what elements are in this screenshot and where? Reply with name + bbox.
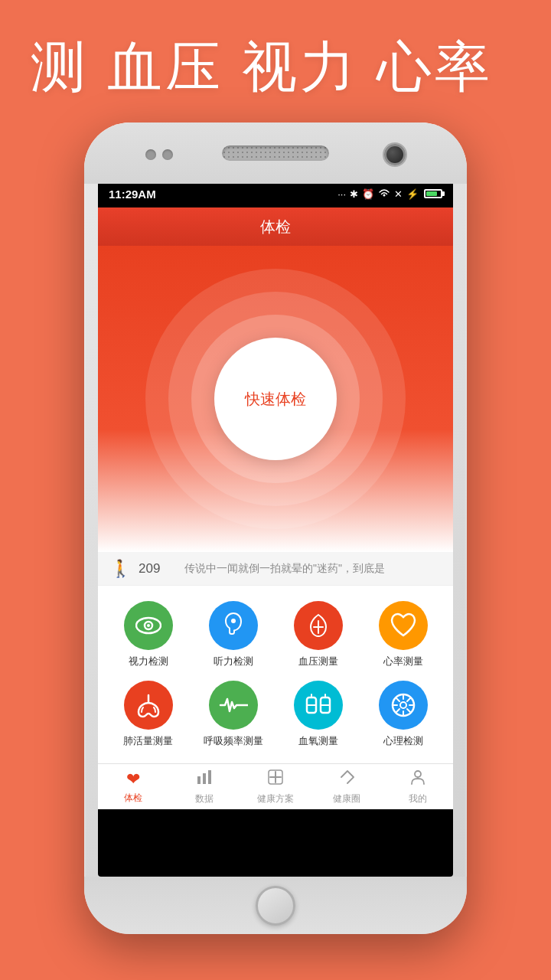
home-button[interactable] bbox=[256, 886, 295, 926]
features-row-1: 视力检测 听力检测 bbox=[98, 595, 453, 675]
circle-icon bbox=[338, 769, 355, 790]
features-grid: 视力检测 听力检测 bbox=[98, 586, 453, 763]
nav-circle[interactable]: 健康圈 bbox=[311, 764, 382, 809]
wifi-icon bbox=[378, 188, 390, 200]
nav-health[interactable]: 健康方案 bbox=[240, 764, 311, 809]
svg-line-12 bbox=[396, 698, 399, 702]
alarm-icon: ⏰ bbox=[362, 188, 374, 200]
battery-icon bbox=[424, 189, 442, 198]
phone-top-bar bbox=[84, 122, 467, 184]
quick-exam-label: 快速体检 bbox=[245, 389, 306, 410]
nav-data[interactable]: 数据 bbox=[169, 764, 240, 809]
feature-breath[interactable]: 呼吸频率测量 bbox=[191, 681, 276, 748]
svg-line-15 bbox=[396, 709, 399, 713]
breath-icon-circle bbox=[209, 681, 258, 730]
svg-point-7 bbox=[400, 702, 406, 708]
svg-point-2 bbox=[147, 624, 150, 627]
charge-icon: ⚡ bbox=[406, 188, 419, 200]
psych-label: 心理检测 bbox=[383, 734, 423, 748]
phone-dots bbox=[145, 149, 173, 160]
phone-camera bbox=[384, 144, 406, 165]
feature-spo2[interactable]: 血氧测量 bbox=[276, 681, 360, 748]
feature-psych[interactable]: 心理检测 bbox=[360, 681, 445, 748]
hearing-icon-circle bbox=[209, 601, 258, 650]
status-bar: 11:29AM ··· ✱ ⏰ ✕ ⚡ bbox=[98, 180, 453, 207]
dots-icon: ··· bbox=[337, 188, 346, 200]
exam-icon: ❤ bbox=[126, 769, 140, 789]
news-text: 传说中一闻就倒一拍就晕的"迷药"，到底是 bbox=[184, 562, 441, 576]
svg-rect-18 bbox=[208, 770, 211, 784]
main-content[interactable]: 快速体检 bbox=[98, 246, 453, 552]
hearing-label: 听力检测 bbox=[214, 655, 253, 668]
data-icon bbox=[196, 769, 213, 790]
exam-label: 体检 bbox=[124, 792, 142, 805]
mine-label: 我的 bbox=[409, 792, 427, 805]
walk-icon: 🚶 bbox=[110, 559, 131, 579]
breath-label: 呼吸频率测量 bbox=[204, 734, 263, 748]
feature-hr[interactable]: 心率测量 bbox=[360, 601, 445, 668]
features-row-2: 肺活量测量 呼吸频率测量 bbox=[98, 675, 453, 754]
hr-icon-circle bbox=[379, 601, 428, 650]
status-time: 11:29AM bbox=[109, 188, 156, 201]
circle-rings: 快速体检 bbox=[145, 269, 406, 529]
app-title: 体检 bbox=[260, 217, 291, 237]
feature-lung[interactable]: 肺活量测量 bbox=[106, 681, 191, 748]
step-count: 209 bbox=[139, 561, 177, 577]
x-icon: ✕ bbox=[394, 188, 403, 200]
phone-dot-2 bbox=[162, 149, 173, 160]
feature-bp[interactable]: 血压测量 bbox=[276, 601, 360, 668]
phone-shell: 11:29AM ··· ✱ ⏰ ✕ ⚡ bbox=[84, 122, 467, 934]
hr-label: 心率测量 bbox=[383, 655, 423, 668]
bp-icon-circle bbox=[294, 601, 343, 650]
svg-line-14 bbox=[407, 698, 411, 702]
svg-point-20 bbox=[415, 771, 421, 777]
phone-wrapper: 11:29AM ··· ✱ ⏰ ✕ ⚡ bbox=[84, 122, 467, 934]
status-icons: ··· ✱ ⏰ ✕ ⚡ bbox=[337, 188, 442, 200]
mine-icon bbox=[409, 769, 426, 790]
feature-hearing[interactable]: 听力检测 bbox=[191, 601, 276, 668]
circle-label: 健康圈 bbox=[333, 792, 360, 805]
vision-label: 视力检测 bbox=[129, 655, 168, 668]
quick-exam-button[interactable]: 快速体检 bbox=[214, 338, 337, 460]
lung-icon-circle bbox=[124, 681, 173, 730]
health-label: 健康方案 bbox=[257, 792, 294, 805]
health-icon bbox=[267, 769, 284, 790]
bp-label: 血压测量 bbox=[298, 655, 338, 668]
svg-point-3 bbox=[231, 619, 236, 623]
svg-rect-16 bbox=[197, 776, 201, 784]
bottom-nav: ❤ 体检 数据 bbox=[98, 763, 453, 809]
feature-vision[interactable]: 视力检测 bbox=[106, 601, 191, 668]
psych-icon-circle bbox=[379, 681, 428, 730]
spo2-label: 血氧测量 bbox=[298, 734, 338, 748]
app-header: 体检 bbox=[98, 207, 453, 246]
bluetooth-icon: ✱ bbox=[350, 188, 358, 200]
nav-mine[interactable]: 我的 bbox=[382, 764, 453, 809]
step-bar[interactable]: 🚶 209 传说中一闻就倒一拍就晕的"迷药"，到底是 bbox=[98, 552, 453, 586]
phone-screen: 11:29AM ··· ✱ ⏰ ✕ ⚡ bbox=[98, 180, 453, 877]
vision-icon-circle bbox=[124, 601, 173, 650]
lung-label: 肺活量测量 bbox=[123, 734, 173, 748]
data-label: 数据 bbox=[195, 792, 214, 805]
phone-bottom-bar bbox=[84, 877, 467, 934]
svg-rect-17 bbox=[203, 773, 206, 784]
spo2-icon-circle bbox=[294, 681, 343, 730]
phone-dot-1 bbox=[145, 149, 156, 160]
nav-exam[interactable]: ❤ 体检 bbox=[98, 764, 169, 809]
hero-title: 测 血压 视力 心率 bbox=[31, 31, 520, 104]
phone-speaker bbox=[222, 145, 329, 161]
svg-line-13 bbox=[407, 709, 411, 713]
